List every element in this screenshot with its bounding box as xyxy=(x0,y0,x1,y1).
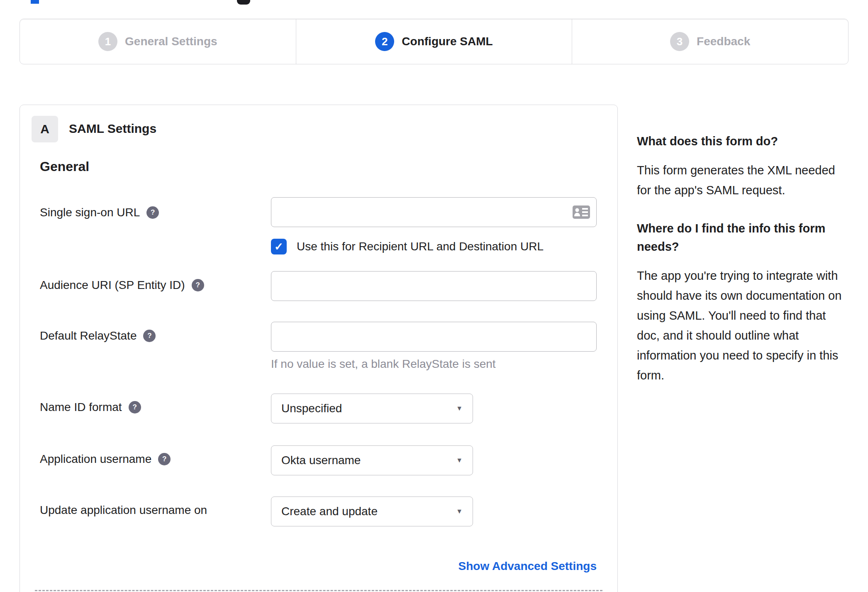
cutoff-blue-element xyxy=(31,0,39,4)
select-value: Unspecified xyxy=(281,402,342,415)
chevron-down-icon: ▼ xyxy=(456,405,463,412)
relaystate-hint: If no value is set, a blank RelayState i… xyxy=(271,357,496,371)
sidebar-body-where: The app you're trying to integrate with … xyxy=(637,266,849,385)
help-icon[interactable]: ? xyxy=(146,206,159,219)
sidebar-heading-what: What does this form do? xyxy=(637,132,849,150)
name-id-format-select[interactable]: Unspecified ▼ xyxy=(271,394,473,423)
name-id-format-label: Name ID format ? xyxy=(40,401,141,414)
update-application-username-label: Update application username on xyxy=(40,504,207,517)
step-number-badge: 2 xyxy=(375,32,394,51)
step-feedback[interactable]: 3 Feedback xyxy=(572,19,848,64)
field-label-text: Update application username on xyxy=(40,504,207,517)
default-relaystate-label: Default RelayState ? xyxy=(40,329,156,342)
field-label-text: Audience URI (SP Entity ID) xyxy=(40,279,185,292)
help-icon[interactable]: ? xyxy=(129,401,141,413)
cutoff-dark-element xyxy=(237,0,250,5)
general-group-title: General xyxy=(40,159,89,174)
dashed-section-divider xyxy=(35,590,602,591)
step-label: General Settings xyxy=(125,35,217,48)
select-value: Okta username xyxy=(281,454,361,467)
field-label-text: Single sign-on URL xyxy=(40,206,140,219)
step-configure-saml[interactable]: 2 Configure SAML xyxy=(296,19,572,64)
recipient-url-checkbox[interactable]: ✓ xyxy=(271,239,287,254)
select-value: Create and update xyxy=(281,505,378,518)
chevron-down-icon: ▼ xyxy=(456,457,463,464)
default-relaystate-input[interactable] xyxy=(271,322,597,352)
step-number-badge: 3 xyxy=(670,32,689,51)
field-label-text: Application username xyxy=(40,453,151,466)
step-label: Configure SAML xyxy=(402,35,493,48)
step-general-settings[interactable]: 1 General Settings xyxy=(20,19,296,64)
update-application-username-select[interactable]: Create and update ▼ xyxy=(271,497,473,526)
field-label-text: Name ID format xyxy=(40,401,122,414)
step-label: Feedback xyxy=(697,35,750,48)
section-a-badge: A xyxy=(32,116,58,142)
recipient-url-checkbox-label: Use this for Recipient URL and Destinati… xyxy=(297,240,544,253)
chevron-down-icon: ▼ xyxy=(456,508,463,515)
sidebar-body-what: This form generates the XML needed for t… xyxy=(637,160,849,200)
step-number-badge: 1 xyxy=(98,32,117,51)
show-advanced-settings-link[interactable]: Show Advanced Settings xyxy=(271,560,597,573)
recipient-url-checkbox-row: ✓ Use this for Recipient URL and Destina… xyxy=(271,239,544,254)
help-sidebar: What does this form do? This form genera… xyxy=(637,132,849,404)
saml-settings-panel: A SAML Settings General Single sign-on U… xyxy=(20,105,618,592)
single-sign-on-url-label: Single sign-on URL ? xyxy=(40,206,159,219)
application-username-label: Application username ? xyxy=(40,453,171,466)
field-label-text: Default RelayState xyxy=(40,329,137,342)
audience-uri-label: Audience URI (SP Entity ID) ? xyxy=(40,279,204,292)
application-username-select[interactable]: Okta username ▼ xyxy=(271,445,473,475)
audience-uri-input[interactable] xyxy=(271,271,597,301)
single-sign-on-url-input[interactable] xyxy=(271,197,597,227)
wizard-stepper: 1 General Settings 2 Configure SAML 3 Fe… xyxy=(20,19,848,64)
help-icon[interactable]: ? xyxy=(143,330,156,342)
section-title: SAML Settings xyxy=(69,122,156,136)
help-icon[interactable]: ? xyxy=(158,453,171,465)
help-icon[interactable]: ? xyxy=(192,279,204,291)
sidebar-heading-where: Where do I find the info this form needs… xyxy=(637,219,849,256)
